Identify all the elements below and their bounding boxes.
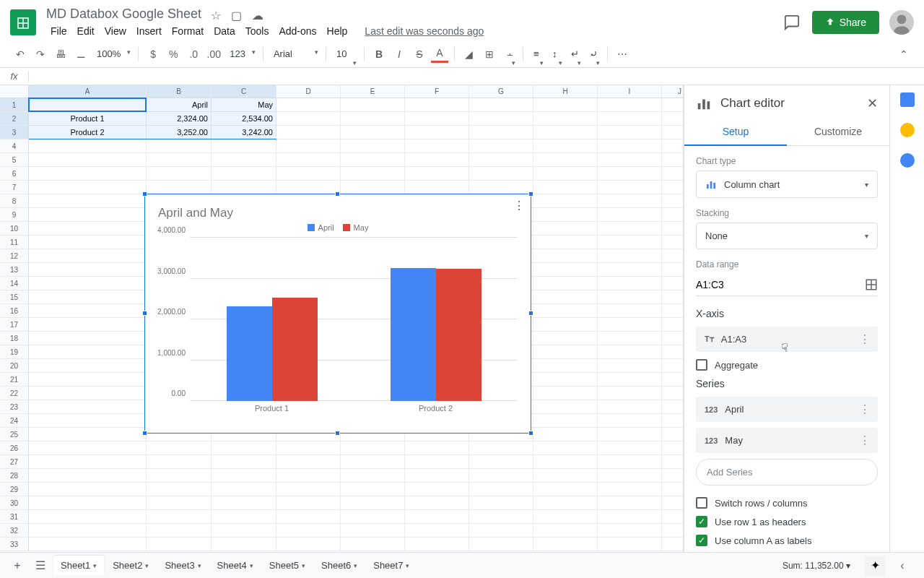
cell[interactable] <box>29 318 147 332</box>
cell[interactable] <box>662 524 684 538</box>
cell[interactable] <box>29 290 147 304</box>
col-header[interactable]: G <box>469 85 533 98</box>
cell[interactable]: 2,534.00 <box>212 112 276 126</box>
select-all-corner[interactable] <box>0 85 29 98</box>
cell[interactable] <box>662 290 684 304</box>
percent-icon[interactable]: % <box>165 46 182 63</box>
cell[interactable] <box>662 112 684 126</box>
cell[interactable] <box>662 236 684 249</box>
row-header[interactable]: 33 <box>0 538 29 551</box>
row-header[interactable]: 19 <box>0 345 29 359</box>
cell[interactable] <box>662 345 684 359</box>
row-header[interactable]: 1 <box>0 98 29 112</box>
cell[interactable] <box>469 510 533 524</box>
row-header[interactable]: 15 <box>0 290 29 304</box>
cell[interactable] <box>405 524 469 538</box>
cell[interactable] <box>533 387 598 400</box>
row-header[interactable]: 6 <box>0 167 29 181</box>
tab-customize[interactable]: Customize <box>787 118 889 146</box>
cell[interactable] <box>469 98 533 112</box>
cell[interactable] <box>533 373 598 387</box>
cell[interactable] <box>469 455 533 469</box>
cell[interactable] <box>29 236 147 249</box>
cell[interactable] <box>662 139 684 153</box>
share-button[interactable]: Share <box>812 11 879 34</box>
font-select[interactable]: Arial <box>269 47 320 61</box>
num-format-select[interactable]: 123 <box>225 47 257 61</box>
doc-title[interactable]: MD Databox Google Sheet <box>46 7 201 22</box>
cell[interactable] <box>29 332 147 345</box>
cell[interactable] <box>533 222 598 236</box>
row-header[interactable]: 8 <box>0 194 29 208</box>
all-sheets-icon[interactable]: ☰ <box>30 556 51 576</box>
cell[interactable] <box>29 524 147 538</box>
row-header[interactable]: 21 <box>0 373 29 387</box>
cell[interactable] <box>405 139 469 153</box>
cell[interactable] <box>662 208 684 222</box>
data-range-input[interactable] <box>696 279 865 290</box>
colA-labels-checkbox[interactable]: ✓Use column A as labels <box>696 535 878 546</box>
cell[interactable] <box>29 483 147 496</box>
more-icon[interactable]: ⋮ <box>859 332 871 346</box>
cell[interactable] <box>147 167 212 181</box>
cell[interactable] <box>405 181 469 194</box>
cell[interactable] <box>469 112 533 126</box>
row-header[interactable]: 26 <box>0 441 29 455</box>
col-header[interactable]: H <box>533 85 598 98</box>
cell[interactable] <box>662 277 684 290</box>
cell[interactable] <box>341 139 405 153</box>
col-header[interactable]: C <box>212 85 276 98</box>
cell[interactable] <box>29 496 147 510</box>
cell[interactable] <box>662 510 684 524</box>
cell[interactable] <box>29 414 147 428</box>
collapse-toolbar-icon[interactable]: ⌃ <box>895 46 912 63</box>
cell[interactable] <box>29 455 147 469</box>
cell[interactable] <box>405 126 469 139</box>
series-chip[interactable]: 123 May ⋮ <box>696 428 878 453</box>
cell[interactable] <box>598 428 662 441</box>
cell[interactable] <box>469 153 533 167</box>
move-icon[interactable]: ▢ <box>231 9 242 22</box>
cell[interactable] <box>662 496 684 510</box>
cell[interactable] <box>341 483 405 496</box>
row1-headers-checkbox[interactable]: ✓Use row 1 as headers <box>696 516 878 527</box>
cell[interactable] <box>341 153 405 167</box>
cell[interactable] <box>598 222 662 236</box>
cell[interactable] <box>662 441 684 455</box>
cell[interactable] <box>405 510 469 524</box>
cell[interactable] <box>598 359 662 373</box>
cell[interactable] <box>598 277 662 290</box>
merge-icon[interactable]: ⫠ <box>501 47 517 61</box>
row-header[interactable]: 23 <box>0 400 29 414</box>
cell[interactable] <box>533 98 598 112</box>
cell[interactable] <box>469 469 533 483</box>
cell[interactable] <box>533 208 598 222</box>
cell[interactable] <box>598 469 662 483</box>
cell[interactable] <box>662 181 684 194</box>
cell[interactable] <box>598 318 662 332</box>
cell[interactable] <box>598 441 662 455</box>
sum-display[interactable]: Sum: 11,352.00 ▾ <box>777 558 856 574</box>
cell[interactable] <box>276 112 341 126</box>
cell[interactable] <box>469 496 533 510</box>
cell[interactable] <box>598 208 662 222</box>
chart-title[interactable]: April and May <box>158 206 531 220</box>
cell[interactable] <box>533 428 598 441</box>
cell[interactable] <box>147 538 212 551</box>
col-header[interactable]: J <box>662 85 684 98</box>
cell[interactable] <box>598 167 662 181</box>
cell[interactable] <box>469 538 533 551</box>
italic-icon[interactable]: I <box>391 46 408 63</box>
cell[interactable]: Product 1 <box>29 112 147 126</box>
cell[interactable] <box>469 483 533 496</box>
row-header[interactable]: 7 <box>0 181 29 194</box>
cell[interactable] <box>598 387 662 400</box>
cell[interactable] <box>212 455 276 469</box>
menu-insert[interactable]: Insert <box>132 24 166 38</box>
cell[interactable] <box>147 483 212 496</box>
dec-increase-icon[interactable]: .00 <box>205 46 222 63</box>
cell[interactable] <box>276 469 341 483</box>
cell[interactable] <box>405 496 469 510</box>
row-header[interactable]: 12 <box>0 249 29 263</box>
row-header[interactable]: 20 <box>0 359 29 373</box>
